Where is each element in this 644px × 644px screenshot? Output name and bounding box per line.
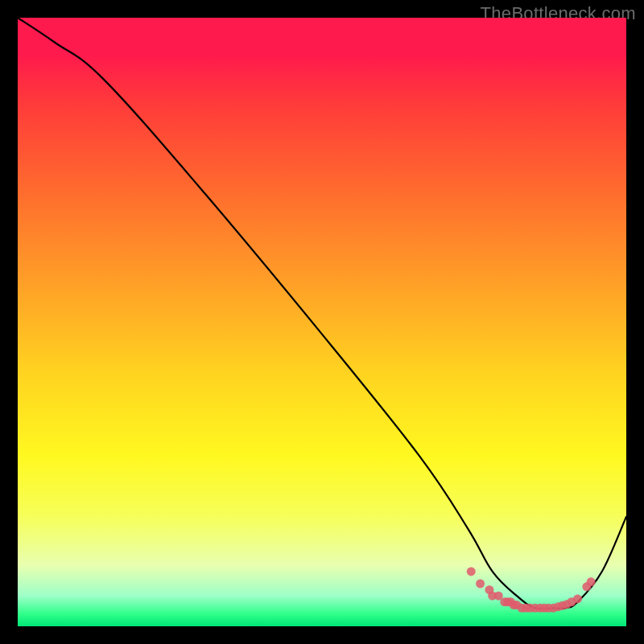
curve-line [18, 18, 626, 609]
chart-svg [18, 18, 626, 626]
marker-cluster [467, 567, 596, 612]
marker-dot [476, 580, 485, 588]
plot-area [18, 18, 626, 626]
marker-dot [467, 567, 476, 576]
chart-stage: TheBottleneck.com [0, 0, 644, 644]
marker-dot [573, 594, 582, 603]
marker-dot [587, 577, 596, 586]
